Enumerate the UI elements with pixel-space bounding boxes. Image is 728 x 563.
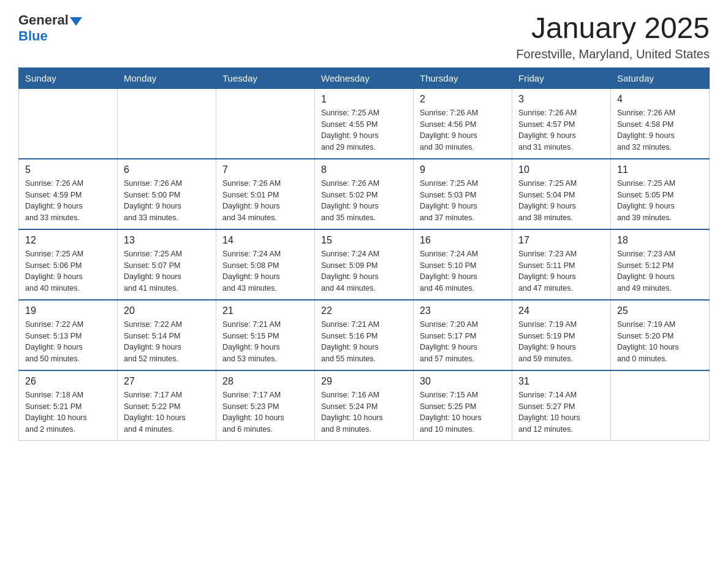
column-header-tuesday: Tuesday [216, 67, 315, 88]
page-header: General Blue January 2025 Forestville, M… [18, 12, 710, 61]
calendar-cell: 16Sunrise: 7:24 AM Sunset: 5:10 PM Dayli… [414, 229, 512, 300]
day-number: 27 [124, 376, 210, 387]
day-number: 25 [617, 305, 703, 316]
day-info: Sunrise: 7:26 AM Sunset: 4:57 PM Dayligh… [518, 107, 604, 153]
calendar-cell [216, 88, 315, 159]
day-number: 1 [321, 94, 407, 105]
day-number: 28 [222, 376, 308, 387]
day-info: Sunrise: 7:15 AM Sunset: 5:25 PM Dayligh… [420, 389, 506, 435]
day-number: 30 [420, 376, 506, 387]
day-number: 18 [617, 235, 703, 246]
column-header-monday: Monday [118, 67, 216, 88]
day-number: 31 [518, 376, 604, 387]
calendar-cell: 25Sunrise: 7:19 AM Sunset: 5:20 PM Dayli… [611, 300, 710, 370]
calendar-cell: 17Sunrise: 7:23 AM Sunset: 5:11 PM Dayli… [512, 229, 611, 300]
day-number: 24 [518, 305, 604, 316]
calendar-cell: 9Sunrise: 7:25 AM Sunset: 5:03 PM Daylig… [414, 159, 512, 229]
calendar-cell: 19Sunrise: 7:22 AM Sunset: 5:13 PM Dayli… [19, 300, 118, 370]
calendar-week-row: 1Sunrise: 7:25 AM Sunset: 4:55 PM Daylig… [19, 88, 710, 159]
logo: General Blue [18, 12, 82, 44]
day-info: Sunrise: 7:18 AM Sunset: 5:21 PM Dayligh… [25, 389, 111, 435]
calendar-week-row: 19Sunrise: 7:22 AM Sunset: 5:13 PM Dayli… [19, 300, 710, 370]
day-info: Sunrise: 7:25 AM Sunset: 5:06 PM Dayligh… [25, 248, 111, 294]
day-info: Sunrise: 7:25 AM Sunset: 4:55 PM Dayligh… [321, 107, 407, 153]
title-section: January 2025 Forestville, Maryland, Unit… [516, 12, 710, 61]
calendar-cell: 10Sunrise: 7:25 AM Sunset: 5:04 PM Dayli… [512, 159, 611, 229]
calendar-cell: 8Sunrise: 7:26 AM Sunset: 5:02 PM Daylig… [315, 159, 414, 229]
day-info: Sunrise: 7:23 AM Sunset: 5:12 PM Dayligh… [617, 248, 703, 294]
calendar-cell [611, 370, 710, 441]
calendar-cell: 7Sunrise: 7:26 AM Sunset: 5:01 PM Daylig… [216, 159, 315, 229]
calendar-cell: 31Sunrise: 7:14 AM Sunset: 5:27 PM Dayli… [512, 370, 611, 441]
day-number: 17 [518, 235, 604, 246]
day-info: Sunrise: 7:22 AM Sunset: 5:13 PM Dayligh… [25, 319, 111, 365]
day-number: 7 [222, 164, 308, 175]
day-info: Sunrise: 7:26 AM Sunset: 4:58 PM Dayligh… [617, 107, 703, 153]
day-info: Sunrise: 7:26 AM Sunset: 5:01 PM Dayligh… [222, 178, 308, 224]
day-info: Sunrise: 7:26 AM Sunset: 4:59 PM Dayligh… [25, 178, 111, 224]
day-info: Sunrise: 7:25 AM Sunset: 5:07 PM Dayligh… [124, 248, 210, 294]
column-header-sunday: Sunday [19, 67, 118, 88]
day-info: Sunrise: 7:19 AM Sunset: 5:19 PM Dayligh… [518, 319, 604, 365]
calendar-cell: 27Sunrise: 7:17 AM Sunset: 5:22 PM Dayli… [118, 370, 216, 441]
day-info: Sunrise: 7:21 AM Sunset: 5:16 PM Dayligh… [321, 319, 407, 365]
calendar-cell: 15Sunrise: 7:24 AM Sunset: 5:09 PM Dayli… [315, 229, 414, 300]
calendar-table: SundayMondayTuesdayWednesdayThursdayFrid… [18, 67, 710, 441]
column-header-thursday: Thursday [414, 67, 512, 88]
logo-general-text: General [18, 12, 69, 28]
day-number: 15 [321, 235, 407, 246]
calendar-cell: 21Sunrise: 7:21 AM Sunset: 5:15 PM Dayli… [216, 300, 315, 370]
logo-triangle-icon [70, 17, 82, 26]
month-title: January 2025 [516, 12, 710, 45]
day-number: 14 [222, 235, 308, 246]
day-info: Sunrise: 7:16 AM Sunset: 5:24 PM Dayligh… [321, 389, 407, 435]
column-header-friday: Friday [512, 67, 611, 88]
day-info: Sunrise: 7:17 AM Sunset: 5:22 PM Dayligh… [124, 389, 210, 435]
day-info: Sunrise: 7:26 AM Sunset: 5:00 PM Dayligh… [124, 178, 210, 224]
day-info: Sunrise: 7:20 AM Sunset: 5:17 PM Dayligh… [420, 319, 506, 365]
day-info: Sunrise: 7:19 AM Sunset: 5:20 PM Dayligh… [617, 319, 703, 365]
day-number: 12 [25, 235, 111, 246]
calendar-cell: 22Sunrise: 7:21 AM Sunset: 5:16 PM Dayli… [315, 300, 414, 370]
calendar-cell: 5Sunrise: 7:26 AM Sunset: 4:59 PM Daylig… [19, 159, 118, 229]
logo-blue-text: Blue [18, 28, 48, 44]
day-number: 9 [420, 164, 506, 175]
day-info: Sunrise: 7:24 AM Sunset: 5:10 PM Dayligh… [420, 248, 506, 294]
column-header-saturday: Saturday [611, 67, 710, 88]
day-number: 20 [124, 305, 210, 316]
day-info: Sunrise: 7:24 AM Sunset: 5:09 PM Dayligh… [321, 248, 407, 294]
day-number: 4 [617, 94, 703, 105]
calendar-cell: 14Sunrise: 7:24 AM Sunset: 5:08 PM Dayli… [216, 229, 315, 300]
day-number: 29 [321, 376, 407, 387]
day-info: Sunrise: 7:23 AM Sunset: 5:11 PM Dayligh… [518, 248, 604, 294]
calendar-cell: 1Sunrise: 7:25 AM Sunset: 4:55 PM Daylig… [315, 88, 414, 159]
day-info: Sunrise: 7:24 AM Sunset: 5:08 PM Dayligh… [222, 248, 308, 294]
day-number: 22 [321, 305, 407, 316]
day-number: 2 [420, 94, 506, 105]
calendar-cell: 29Sunrise: 7:16 AM Sunset: 5:24 PM Dayli… [315, 370, 414, 441]
calendar-cell: 24Sunrise: 7:19 AM Sunset: 5:19 PM Dayli… [512, 300, 611, 370]
day-number: 8 [321, 164, 407, 175]
day-info: Sunrise: 7:25 AM Sunset: 5:04 PM Dayligh… [518, 178, 604, 224]
day-number: 19 [25, 305, 111, 316]
day-info: Sunrise: 7:25 AM Sunset: 5:05 PM Dayligh… [617, 178, 703, 224]
calendar-cell: 4Sunrise: 7:26 AM Sunset: 4:58 PM Daylig… [611, 88, 710, 159]
day-number: 21 [222, 305, 308, 316]
day-number: 6 [124, 164, 210, 175]
calendar-cell: 26Sunrise: 7:18 AM Sunset: 5:21 PM Dayli… [19, 370, 118, 441]
calendar-cell: 11Sunrise: 7:25 AM Sunset: 5:05 PM Dayli… [611, 159, 710, 229]
day-number: 26 [25, 376, 111, 387]
day-info: Sunrise: 7:26 AM Sunset: 5:02 PM Dayligh… [321, 178, 407, 224]
calendar-cell: 20Sunrise: 7:22 AM Sunset: 5:14 PM Dayli… [118, 300, 216, 370]
calendar-cell: 18Sunrise: 7:23 AM Sunset: 5:12 PM Dayli… [611, 229, 710, 300]
day-info: Sunrise: 7:17 AM Sunset: 5:23 PM Dayligh… [222, 389, 308, 435]
calendar-cell: 6Sunrise: 7:26 AM Sunset: 5:00 PM Daylig… [118, 159, 216, 229]
day-info: Sunrise: 7:21 AM Sunset: 5:15 PM Dayligh… [222, 319, 308, 365]
calendar-week-row: 5Sunrise: 7:26 AM Sunset: 4:59 PM Daylig… [19, 159, 710, 229]
day-number: 23 [420, 305, 506, 316]
calendar-week-row: 12Sunrise: 7:25 AM Sunset: 5:06 PM Dayli… [19, 229, 710, 300]
calendar-cell: 23Sunrise: 7:20 AM Sunset: 5:17 PM Dayli… [414, 300, 512, 370]
day-info: Sunrise: 7:26 AM Sunset: 4:56 PM Dayligh… [420, 107, 506, 153]
day-number: 11 [617, 164, 703, 175]
calendar-header-row: SundayMondayTuesdayWednesdayThursdayFrid… [19, 67, 710, 88]
